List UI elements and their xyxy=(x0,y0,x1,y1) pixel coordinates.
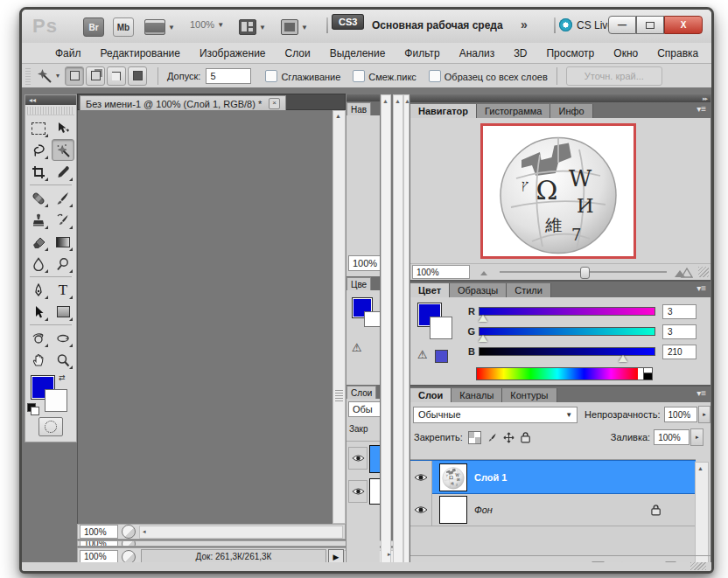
options-grip[interactable] xyxy=(25,67,31,85)
layer-row-background[interactable]: Фон xyxy=(410,493,696,526)
panel-menu-icon[interactable]: ▾≡ xyxy=(696,388,706,398)
brush-tool[interactable] xyxy=(52,187,74,209)
default-colors-icon[interactable] xyxy=(27,403,38,414)
checkbox-icon[interactable] xyxy=(265,70,277,82)
toolbox-header[interactable]: ◂◂ xyxy=(25,95,76,105)
workspace-more-chevrons-icon[interactable]: » xyxy=(521,17,528,31)
3d-roll-tool[interactable] xyxy=(52,327,74,349)
scroll-up-icon[interactable]: ▲ xyxy=(697,465,704,471)
type-tool[interactable]: T xyxy=(52,279,74,301)
layer-thumbnail[interactable] xyxy=(439,463,467,491)
green-slider[interactable] xyxy=(479,327,655,336)
crop-tool[interactable] xyxy=(27,161,50,183)
background-color-swatch[interactable] xyxy=(430,317,452,339)
screen-mode-button[interactable]: ▼ xyxy=(281,19,308,35)
zoom-level-control[interactable]: 100% ▼ xyxy=(190,19,224,30)
pen-tool[interactable] xyxy=(27,279,50,301)
healing-brush-tool[interactable] xyxy=(27,187,50,209)
window-resize-grip[interactable] xyxy=(690,562,706,570)
view-extras-button[interactable]: ▼ xyxy=(144,19,175,35)
tab-histogram[interactable]: Гистограмма xyxy=(477,104,551,118)
dock-header[interactable] xyxy=(346,94,380,101)
clipped-layers-tab[interactable]: Слои xyxy=(346,385,380,399)
menu-image[interactable]: Изображение xyxy=(200,47,266,59)
status-pie-icon[interactable] xyxy=(122,525,136,539)
menu-file[interactable]: Файл xyxy=(55,47,81,59)
tool-preset-picker[interactable]: ▾ xyxy=(36,68,60,84)
fill-spinner[interactable]: ▸ xyxy=(690,428,704,446)
tab-close-icon[interactable]: × xyxy=(269,98,280,109)
green-value-input[interactable]: 3 xyxy=(662,324,696,339)
add-to-selection-button[interactable] xyxy=(86,66,105,86)
lock-all-icon[interactable] xyxy=(520,431,530,443)
clipped-navigator-tab[interactable]: Нав xyxy=(346,101,380,115)
sample-all-layers-checkbox[interactable]: Образец со всех слоев xyxy=(429,70,548,82)
chevron-down-icon[interactable]: ▼ xyxy=(168,24,175,31)
blue-slider-thumb[interactable] xyxy=(619,355,627,362)
tab-styles[interactable]: Стили xyxy=(507,283,551,297)
quick-mask-button[interactable] xyxy=(38,417,63,436)
clipped-layer2-visibility[interactable] xyxy=(348,480,368,503)
clipped-background-swatch[interactable] xyxy=(364,311,380,327)
tab-paths[interactable]: Контуры xyxy=(502,388,556,402)
tab-channels[interactable]: Каналы xyxy=(452,388,502,402)
red-slider-thumb[interactable] xyxy=(479,315,487,322)
subtract-from-selection-button[interactable] xyxy=(107,66,126,86)
scrollbar-grip[interactable] xyxy=(335,389,343,401)
chevron-down-icon[interactable]: ▼ xyxy=(217,21,224,29)
menu-window[interactable]: Окно xyxy=(613,47,638,59)
zoom-tool[interactable] xyxy=(52,349,74,371)
navigator-zoom-slider[interactable] xyxy=(500,271,667,273)
arrange-documents-button[interactable]: ▼ xyxy=(239,19,266,35)
tab-swatches[interactable]: Образцы xyxy=(450,283,507,297)
history-brush-tool[interactable] xyxy=(52,209,74,231)
chevron-down-icon[interactable]: ▾ xyxy=(56,72,60,80)
close-button[interactable]: X xyxy=(664,16,703,34)
mini-bridge-button[interactable]: Mb xyxy=(113,17,134,37)
layer-visibility-toggle[interactable] xyxy=(410,493,432,526)
zoom-in-mountains-icon[interactable] xyxy=(674,267,693,278)
antialias-checkbox[interactable]: Сглаживание xyxy=(265,70,340,82)
layer-row-layer1[interactable]: Слой 1 xyxy=(410,460,696,494)
tab-info[interactable]: Инфо xyxy=(550,104,592,118)
scroll-down-icon[interactable]: ▼ xyxy=(697,572,704,574)
blue-value-input[interactable]: 210 xyxy=(662,345,696,359)
gradient-tool[interactable] xyxy=(52,231,74,253)
eraser-tool[interactable] xyxy=(27,231,50,253)
hand-tool[interactable] xyxy=(27,349,50,371)
vertical-scrollbar[interactable]: ▲ xyxy=(332,110,346,524)
title-bar[interactable]: Ps Br Mb ▼ 100% ▼ ▼ ▼ CS3 Основная рабоч xyxy=(22,10,711,44)
contiguous-checkbox[interactable]: Смеж.пикс xyxy=(353,70,416,82)
document-tab[interactable]: Без имени-1 @ 100% (Слой 1, RGB/8) * × xyxy=(80,95,286,111)
background-color-swatch[interactable] xyxy=(45,389,67,412)
refine-edge-button[interactable]: Уточн. край... xyxy=(566,66,662,86)
rectangular-marquee-tool[interactable] xyxy=(27,117,50,139)
checkbox-icon[interactable] xyxy=(429,70,441,82)
clipped-color-tab[interactable]: Цве xyxy=(346,276,380,290)
layer-thumbnail[interactable] xyxy=(439,496,467,524)
black-swatch[interactable] xyxy=(643,373,653,380)
panel-menu-icon[interactable]: ▾≡ xyxy=(696,283,706,293)
hidden-window-scrollbar-1[interactable]: ▲ ▼ xyxy=(381,94,391,574)
shape-tool[interactable] xyxy=(52,301,74,323)
scroll-left-icon[interactable]: ◂ xyxy=(143,528,146,535)
tolerance-input[interactable]: 5 xyxy=(206,68,251,84)
tab-layers[interactable]: Слои xyxy=(410,388,452,402)
scroll-up-icon[interactable]: ▲ xyxy=(382,98,388,104)
opacity-input[interactable]: 100% xyxy=(664,407,697,422)
hidden-window-scrollbar-2[interactable]: ▲ ▼ xyxy=(393,94,403,574)
menu-3d[interactable]: 3D xyxy=(514,47,527,59)
red-slider[interactable] xyxy=(479,307,655,316)
zoom-out-mountains-icon[interactable] xyxy=(479,268,493,276)
panel-menu-icon[interactable]: ▾≡ xyxy=(696,104,706,114)
dock-header[interactable]: ▸▸ xyxy=(410,95,710,102)
lock-paint-icon[interactable] xyxy=(486,432,498,443)
tab-navigator[interactable]: Навигатор xyxy=(410,104,477,118)
scroll-up-icon[interactable]: ▲ xyxy=(395,98,401,104)
magic-wand-tool[interactable] xyxy=(52,139,74,161)
menu-select[interactable]: Выделение xyxy=(330,47,386,59)
lock-transparency-icon[interactable] xyxy=(468,431,481,444)
menu-view[interactable]: Просмотр xyxy=(546,47,594,59)
navigator-zoom-input[interactable]: 100% xyxy=(412,265,470,279)
menu-help[interactable]: Справка xyxy=(657,47,698,59)
